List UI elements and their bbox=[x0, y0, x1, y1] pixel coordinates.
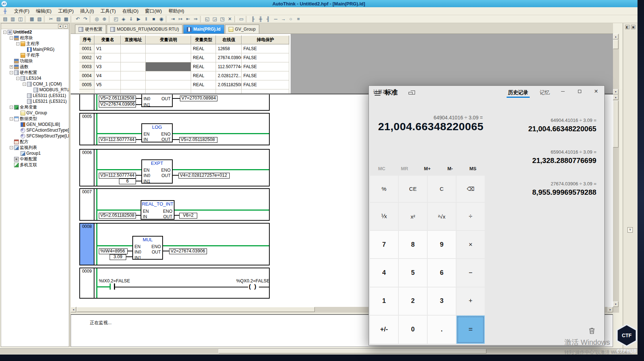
cell-type[interactable]: REAL bbox=[191, 80, 216, 89]
tree-item[interactable]: 功能块 bbox=[1, 58, 69, 64]
memory-subtract-button[interactable]: M- bbox=[439, 166, 462, 171]
tree-toggle[interactable]: - bbox=[10, 146, 13, 149]
cell-name[interactable]: V1 bbox=[94, 44, 121, 53]
scroll-down-icon[interactable]: ▾ bbox=[613, 89, 618, 94]
step-over-icon[interactable]: ↦ bbox=[177, 16, 184, 23]
tree-item[interactable]: 配方 bbox=[1, 139, 69, 145]
cell-name[interactable]: V2 bbox=[94, 53, 121, 62]
tree-toggle[interactable]: - bbox=[10, 106, 13, 109]
table-vertical-scrollbar[interactable]: ▴ ▾ bbox=[613, 34, 619, 94]
menu-item[interactable]: 文件(F) bbox=[11, 7, 33, 15]
toolbar-separator[interactable] bbox=[25, 16, 27, 22]
contact-nc-icon[interactable]: ╫ bbox=[257, 16, 264, 23]
square-button[interactable]: x² bbox=[399, 203, 427, 230]
function-block-log[interactable]: LOG EN ENO IN OUT bbox=[141, 123, 173, 142]
tree-item[interactable]: SFCActionStructType[LIB] bbox=[1, 127, 69, 133]
compile-icon[interactable]: ◈ bbox=[120, 16, 127, 23]
table-row[interactable]: 0002 V2 REAL 27674.03906 FALSE bbox=[79, 53, 289, 62]
scroll-up-icon[interactable]: ▴ bbox=[613, 34, 618, 39]
horizontal-wire-icon[interactable]: ─ bbox=[272, 16, 279, 23]
tab-gv-group[interactable]: GV_Group bbox=[225, 25, 259, 34]
operand-box[interactable]: V6=2 bbox=[179, 213, 197, 219]
tree-item[interactable]: - 数据类型 bbox=[1, 116, 69, 122]
run-to-cursor-icon[interactable]: ⇒ bbox=[192, 16, 199, 23]
cell-name[interactable]: V4 bbox=[94, 71, 121, 80]
tree-item[interactable]: 多机互联 bbox=[1, 162, 69, 168]
column-header[interactable]: 变量类型 bbox=[191, 35, 216, 44]
run-icon[interactable]: ▶ bbox=[135, 16, 142, 23]
ladder-rung-0006[interactable]: 0006 EXPT EN ENO IN0 OUT IN1 V3=112.5077… bbox=[79, 149, 270, 186]
cell-description[interactable] bbox=[146, 80, 191, 89]
cell-description[interactable] bbox=[146, 44, 191, 53]
operand-box[interactable]: 3.09 bbox=[110, 254, 126, 260]
tree-item[interactable]: LE5321 (LE5321) bbox=[1, 98, 69, 104]
tab-memory[interactable]: 记忆 bbox=[540, 89, 550, 96]
step-into-icon[interactable]: ⇥ bbox=[169, 16, 177, 23]
clear-history-icon[interactable] bbox=[589, 327, 595, 336]
maximize-button[interactable] bbox=[571, 86, 588, 97]
window-tile-horizontal-icon[interactable]: ◲ bbox=[211, 16, 219, 23]
tree-item[interactable]: - Untitled2 bbox=[1, 29, 69, 35]
scroll-up-icon[interactable]: ▴ bbox=[613, 94, 618, 100]
function-block-expt[interactable]: EXPT EN ENO IN0 OUT IN1 bbox=[141, 159, 173, 184]
contact-label[interactable]: %IX0.2=FALSE bbox=[99, 278, 130, 283]
operand-box[interactable]: V5=2.051182508 bbox=[99, 213, 136, 219]
tree-item[interactable]: GEN_MODE[LIB] bbox=[1, 122, 69, 127]
equals-button[interactable]: = bbox=[456, 316, 485, 344]
operand-box[interactable]: V2=27674.03906 bbox=[169, 248, 207, 254]
square-root-button[interactable]: ²√x bbox=[428, 203, 456, 230]
operand-box[interactable]: V2=27674.03906 bbox=[99, 102, 136, 107]
panel-toggle-icon[interactable]: ◧ bbox=[625, 25, 630, 29]
rung-number[interactable]: 0009 bbox=[80, 268, 94, 298]
collapse-chevron-icon[interactable]: ∨ bbox=[627, 227, 633, 233]
operand-box[interactable]: %IW4=8956 bbox=[99, 248, 128, 254]
menu-item[interactable]: 窗口(W) bbox=[142, 7, 165, 15]
calculator-mode[interactable]: 标准 bbox=[385, 88, 398, 97]
ladder-rung-0007[interactable]: 0007 REAL_TO_INT EN ENO IN OUT V5=2.0511… bbox=[79, 188, 270, 221]
tree-item[interactable]: 中断配置 bbox=[1, 156, 69, 162]
column-header[interactable]: 变量名 bbox=[94, 35, 121, 44]
title-bar[interactable]: AT AutoThink - Untitled2.hpf - [Main(PRG… bbox=[0, 0, 638, 7]
tree-item[interactable]: SFCStepStructType[LIB] bbox=[1, 133, 69, 139]
child-window-icon[interactable]: ╫ bbox=[2, 9, 8, 14]
operand-box[interactable]: V3=112.5077744 bbox=[99, 137, 136, 143]
toolbar-separator[interactable] bbox=[44, 16, 47, 22]
panel-pin-icon[interactable]: ▣ bbox=[631, 25, 635, 29]
step-out-icon[interactable]: ⇤ bbox=[184, 16, 192, 23]
cell-name[interactable]: V5 bbox=[94, 80, 121, 89]
cell-type[interactable]: REAL bbox=[191, 71, 216, 80]
scrollbar-thumb[interactable] bbox=[613, 101, 618, 148]
print-icon[interactable]: ▦ bbox=[28, 16, 36, 23]
menu-item[interactable]: 编辑(E) bbox=[33, 7, 55, 15]
zoom-icon[interactable]: ⊕ bbox=[101, 16, 108, 23]
coil-symbol[interactable]: ( bbox=[249, 283, 251, 290]
redo-icon[interactable]: ↷ bbox=[81, 16, 89, 23]
coil-label[interactable]: %QX0.2=FALSE bbox=[236, 278, 270, 283]
rung-number[interactable] bbox=[80, 93, 94, 110]
tree-toggle[interactable]: - bbox=[3, 31, 6, 34]
cell-description[interactable] bbox=[146, 71, 191, 80]
toolbar-separator[interactable] bbox=[90, 16, 92, 22]
menu-item[interactable]: 插入(I) bbox=[77, 7, 97, 15]
subtract-button[interactable]: − bbox=[456, 259, 485, 286]
clear-entry-button[interactable]: CE bbox=[399, 176, 427, 202]
menu-item[interactable]: 在线(O) bbox=[119, 7, 142, 15]
tree-item[interactable]: - 硬件配置 bbox=[1, 70, 69, 75]
tree-item[interactable]: Group1 bbox=[1, 150, 69, 156]
eight-button[interactable]: 8 bbox=[399, 231, 427, 258]
close-panel-icon[interactable]: × bbox=[63, 24, 68, 28]
pause-icon[interactable]: ‖ bbox=[142, 16, 150, 23]
scrollbar-thumb[interactable] bbox=[613, 40, 618, 49]
operand-box[interactable]: V7=27070.08984 bbox=[180, 96, 217, 101]
tree-item[interactable]: Main(PRG) bbox=[1, 47, 69, 52]
project-window-icon[interactable]: ◰ bbox=[112, 16, 120, 23]
column-header[interactable]: 变量说明 bbox=[146, 35, 191, 44]
add-button[interactable]: + bbox=[456, 287, 485, 315]
reciprocal-button[interactable]: ⅟x bbox=[370, 203, 398, 230]
history-entry[interactable]: 64904.41016 ÷ 3.09 = 21,004.66348220065 bbox=[528, 118, 596, 133]
open-icon[interactable]: ▥ bbox=[9, 16, 17, 23]
cell-retain[interactable]: FALSE bbox=[242, 53, 289, 62]
rung-number[interactable]: 0008 bbox=[80, 224, 94, 265]
stop-icon[interactable]: ■ bbox=[150, 16, 158, 23]
cell-type[interactable]: REAL bbox=[191, 62, 216, 71]
